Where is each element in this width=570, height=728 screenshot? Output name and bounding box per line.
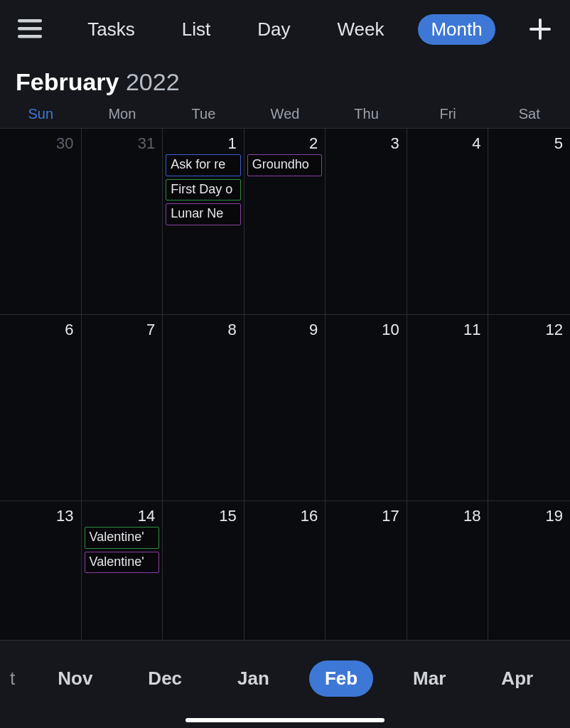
day-number: 2 xyxy=(244,132,326,154)
day-number: 4 xyxy=(407,132,488,154)
events-container: Valentine'Valentine' xyxy=(82,527,163,573)
day-cell[interactable]: 19 xyxy=(488,501,570,641)
day-cell[interactable]: 7 xyxy=(82,315,163,501)
view-tab-month[interactable]: Month xyxy=(418,14,495,45)
day-of-week-sun: Sun xyxy=(0,106,82,122)
day-number: 17 xyxy=(326,504,407,527)
events-container: Groundho xyxy=(244,154,326,176)
day-of-week-mon: Mon xyxy=(82,106,163,122)
day-number: 16 xyxy=(244,504,326,527)
day-cell[interactable]: 3 xyxy=(326,129,407,315)
day-number: 12 xyxy=(488,318,570,341)
day-cell[interactable]: 14Valentine'Valentine' xyxy=(82,501,163,641)
day-number: 10 xyxy=(326,318,407,341)
event-chip[interactable]: Valentine' xyxy=(85,527,160,549)
month-scroller-item-jan[interactable]: Jan xyxy=(222,660,285,697)
view-tab-day[interactable]: Day xyxy=(244,14,303,45)
day-number: 11 xyxy=(407,318,488,341)
day-of-week-wed: Wed xyxy=(244,106,326,122)
month-scroller-item-dec[interactable]: Dec xyxy=(132,660,198,697)
svg-rect-1 xyxy=(18,27,42,31)
month-heading: February 2022 xyxy=(0,58,570,103)
top-bar: TasksListDayWeekMonth xyxy=(0,0,570,58)
menu-icon xyxy=(18,19,42,39)
day-cell[interactable]: 1Ask for reFirst Day oLunar Ne xyxy=(163,129,244,315)
event-chip[interactable]: Groundho xyxy=(247,154,323,176)
event-chip[interactable]: First Day o xyxy=(166,179,241,201)
bottom-area: tNovDecJanFebMarAprMayJ xyxy=(0,643,570,728)
day-of-week-fri: Fri xyxy=(407,106,489,122)
day-number: 13 xyxy=(0,504,81,527)
day-cell[interactable]: 15 xyxy=(163,501,244,641)
day-number: 7 xyxy=(82,318,163,341)
day-cell[interactable]: 11 xyxy=(407,315,489,501)
day-cell[interactable]: 17 xyxy=(326,501,407,641)
day-cell[interactable]: 2Groundho xyxy=(244,129,326,315)
month-scroller-edge-left[interactable]: t xyxy=(7,660,18,697)
day-of-week-tue: Tue xyxy=(163,106,244,122)
day-number: 3 xyxy=(326,132,407,154)
day-number: 6 xyxy=(0,318,81,341)
day-of-week-thu: Thu xyxy=(326,106,407,122)
calendar-grid: 30311Ask for reFirst Day oLunar Ne2Groun… xyxy=(0,128,570,641)
add-button[interactable] xyxy=(525,14,556,45)
home-indicator xyxy=(185,718,385,722)
day-cell[interactable]: 13 xyxy=(0,501,82,641)
day-cell[interactable]: 30 xyxy=(0,129,82,315)
svg-rect-4 xyxy=(529,28,551,31)
month-scroller-item-feb[interactable]: Feb xyxy=(309,660,373,697)
day-cell[interactable]: 4 xyxy=(407,129,489,315)
day-of-week-row: SunMonTueWedThuFriSat xyxy=(0,103,570,128)
day-number: 5 xyxy=(488,132,570,154)
day-cell[interactable]: 5 xyxy=(488,129,570,315)
day-cell[interactable]: 10 xyxy=(326,315,407,501)
plus-icon xyxy=(528,17,552,41)
month-name: February xyxy=(16,68,119,95)
day-cell[interactable]: 9 xyxy=(244,315,326,501)
view-tabs: TasksListDayWeekMonth xyxy=(45,14,525,45)
day-of-week-sat: Sat xyxy=(488,106,570,122)
day-cell[interactable]: 31 xyxy=(82,129,163,315)
day-cell[interactable]: 12 xyxy=(488,315,570,501)
day-number: 15 xyxy=(163,504,244,527)
year-value: 2022 xyxy=(126,68,180,95)
day-number: 19 xyxy=(488,504,570,527)
day-number: 8 xyxy=(163,318,244,341)
month-scroller-item-nov[interactable]: Nov xyxy=(42,660,108,697)
day-number: 9 xyxy=(244,318,326,341)
day-number: 14 xyxy=(82,504,163,527)
day-number: 18 xyxy=(407,504,488,527)
event-chip[interactable]: Valentine' xyxy=(85,552,160,574)
view-tab-week[interactable]: Week xyxy=(324,14,397,45)
svg-rect-0 xyxy=(18,19,42,23)
day-number: 31 xyxy=(82,132,163,154)
day-cell[interactable]: 16 xyxy=(244,501,326,641)
day-cell[interactable]: 18 xyxy=(407,501,489,641)
day-cell[interactable]: 8 xyxy=(163,315,244,501)
month-scroller-item-apr[interactable]: Apr xyxy=(485,660,549,697)
svg-rect-2 xyxy=(18,35,42,38)
view-tab-tasks[interactable]: Tasks xyxy=(75,14,147,45)
day-cell[interactable]: 6 xyxy=(0,315,82,501)
event-chip[interactable]: Ask for re xyxy=(166,154,241,176)
view-tab-list[interactable]: List xyxy=(169,14,223,45)
events-container: Ask for reFirst Day oLunar Ne xyxy=(163,154,244,225)
day-number: 1 xyxy=(163,132,244,154)
day-number: 30 xyxy=(0,132,81,154)
menu-button[interactable] xyxy=(14,14,45,45)
month-scroller[interactable]: tNovDecJanFebMarAprMayJ xyxy=(0,650,570,707)
event-chip[interactable]: Lunar Ne xyxy=(166,203,241,225)
month-scroller-item-mar[interactable]: Mar xyxy=(397,660,461,697)
